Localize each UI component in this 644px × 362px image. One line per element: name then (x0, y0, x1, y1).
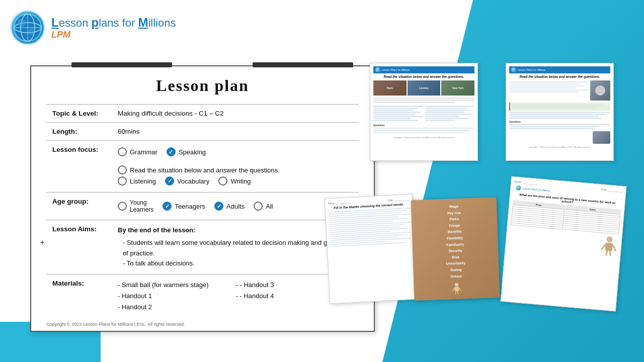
lesson-plan-table: Topic & Level: Making difficult decision… (46, 104, 359, 318)
svg-line-12 (457, 291, 458, 294)
teenagers-label: Teenagers (175, 203, 205, 210)
vocab-paper-inner: WagePay risePerksFringeBenefitsFlexibili… (411, 197, 500, 301)
aims-list: By the end of the lesson: Students will … (118, 225, 353, 269)
date-label: Date ___________ (387, 198, 409, 202)
adults-checkbox[interactable] (214, 202, 223, 211)
svg-line-15 (602, 244, 606, 250)
svg-line-9 (453, 288, 455, 291)
plus-icon: + (40, 238, 44, 246)
materials-row: Materials: Small ball (for warmers stage… (46, 275, 359, 318)
thumb1-brand: Lesson Plans for Millions (382, 68, 410, 71)
reading-label: Read the situation below and answer the … (130, 166, 280, 174)
vocabulary-label: Vocabulary (177, 177, 209, 185)
globe-icon (10, 10, 45, 45)
svg-point-7 (455, 283, 458, 286)
handout-thumb-2: Lesson Plans for Millions Read the situa… (506, 63, 614, 161)
materials-col1: Small ball (for warmers stage) Handout 1… (118, 280, 235, 313)
brand-lpm: LPM (51, 30, 176, 40)
thumb4-figure (599, 235, 618, 256)
length-value: 60mins (112, 123, 359, 141)
focus-options-row2: Listening Vocabulary Writing (118, 176, 353, 186)
thumb1-globe (375, 67, 380, 72)
topic-value: Making difficult decisions - C1 – C2 (112, 105, 359, 123)
paris-img: Paris (373, 80, 407, 96)
thumb1-title: Read the situation below and answer the … (373, 75, 474, 78)
age-teenagers: Teenagers (163, 202, 205, 211)
thumb1-header: Lesson Plans for Millions (373, 66, 474, 73)
focus-options: Grammar Speaking Read the situation belo… (112, 141, 359, 193)
header-text: Lesson plans for Millions LPM (51, 16, 176, 40)
writing-checkbox[interactable] (218, 176, 227, 186)
focus-grammar: Grammar (118, 147, 157, 156)
age-row: Age group: YoungLearners Teenagers (46, 193, 359, 220)
header: Lesson plans for Millions LPM (10, 10, 176, 45)
aim-item-2: To talk about decisions. (123, 258, 353, 269)
svg-rect-8 (455, 287, 459, 291)
vocab-paper: WagePay risePerksFringeBenefitsFlexibili… (411, 197, 500, 301)
thumb4-globe (516, 185, 521, 191)
thumb1-images: Paris London New York (373, 80, 474, 96)
thumb3-inner: Name ___________ Date ___________ Fill i… (325, 195, 418, 304)
listening-checkbox[interactable] (118, 176, 127, 186)
svg-point-13 (606, 236, 613, 243)
lesson-plan-card: Lesson plan Topic & Level: Making diffic… (30, 65, 375, 332)
focus-listening: Listening (118, 176, 156, 186)
svg-line-17 (606, 251, 608, 255)
svg-point-5 (18, 19, 26, 27)
handout-thumb-1: Lesson Plans for Millions Read the situa… (370, 63, 478, 161)
focus-options-row1: Grammar Speaking Read the situation belo… (118, 147, 353, 174)
length-label: Length: (46, 123, 112, 141)
aim-item-1: Students will learn some vocabulary rela… (123, 238, 353, 259)
focus-reading: Read the situation below and answer the … (118, 165, 280, 174)
handout-thumb-4: Name ___________ Date ___________ Lesson… (501, 176, 627, 311)
svg-rect-14 (605, 243, 613, 251)
materials-grid: Small ball (for warmers stage) Handout 1… (118, 280, 353, 313)
listening-label: Listening (130, 177, 156, 185)
young-checkbox[interactable] (118, 202, 127, 211)
figure-svg (446, 282, 467, 294)
london-img: London (408, 80, 441, 96)
card-footer: Copyright © 2022 Lesson Plans for Millio… (46, 322, 185, 327)
svg-line-18 (609, 251, 611, 255)
thumb1-inner: Lesson Plans for Millions Read the situa… (370, 63, 477, 160)
material-1: Small ball (for warmers stage) (118, 280, 235, 291)
thumb4-inner: Name ___________ Date ___________ Lesson… (501, 177, 626, 311)
thumb4-brand: Lesson Plans for Millions (522, 187, 550, 192)
aims-items: Students will learn some vocabulary rela… (118, 238, 353, 269)
age-young: YoungLearners (118, 199, 153, 213)
age-label: Age group: (46, 193, 112, 220)
aims-content: By the end of the lesson: Students will … (112, 220, 359, 275)
line3 (373, 102, 454, 103)
topic-row: Topic & Level: Making difficult decision… (46, 105, 359, 123)
thumb2-brand: Lesson Plans for Millions (518, 68, 545, 71)
reading-checkbox[interactable] (118, 165, 127, 174)
aims-label: Lesson Aims: + (46, 220, 112, 275)
writing-label: Writing (230, 177, 251, 185)
teenagers-checkbox[interactable] (163, 202, 172, 211)
materials-label: Materials: (46, 275, 112, 318)
focus-row: Lesson focus: Grammar Speaking (46, 141, 359, 193)
speaking-checkbox[interactable] (167, 147, 176, 156)
focus-writing: Writing (218, 176, 251, 186)
age-adults: Adults (214, 202, 245, 211)
brand-title: Lesson plans for Millions (51, 16, 176, 30)
material-3: Handout 2 (118, 302, 235, 313)
materials-content: Small ball (for warmers stage) Handout 1… (112, 275, 359, 318)
vocab-words: WagePay risePerksFringeBenefitsFlexibili… (444, 203, 466, 280)
thumb2-title: Read the situation below and answer the … (509, 75, 610, 78)
length-row: Length: 60mins (46, 123, 359, 141)
all-checkbox[interactable] (254, 202, 263, 211)
all-label: All (266, 203, 273, 210)
age-options-row: YoungLearners Teenagers Adults All (118, 199, 353, 213)
grammar-label: Grammar (130, 148, 157, 156)
card-top-bar-right (253, 62, 353, 67)
handout-thumb-3: Name ___________ Date ___________ Fill i… (325, 194, 418, 304)
newyork-img: New York (441, 80, 474, 96)
name-label: Name ___________ (328, 201, 351, 205)
material-2: Handout 1 (118, 291, 235, 302)
focus-speaking: Speaking (167, 147, 206, 156)
line2 (373, 100, 474, 101)
grammar-checkbox[interactable] (118, 147, 127, 156)
vocabulary-checkbox[interactable] (165, 176, 174, 186)
age-all: All (254, 202, 273, 211)
